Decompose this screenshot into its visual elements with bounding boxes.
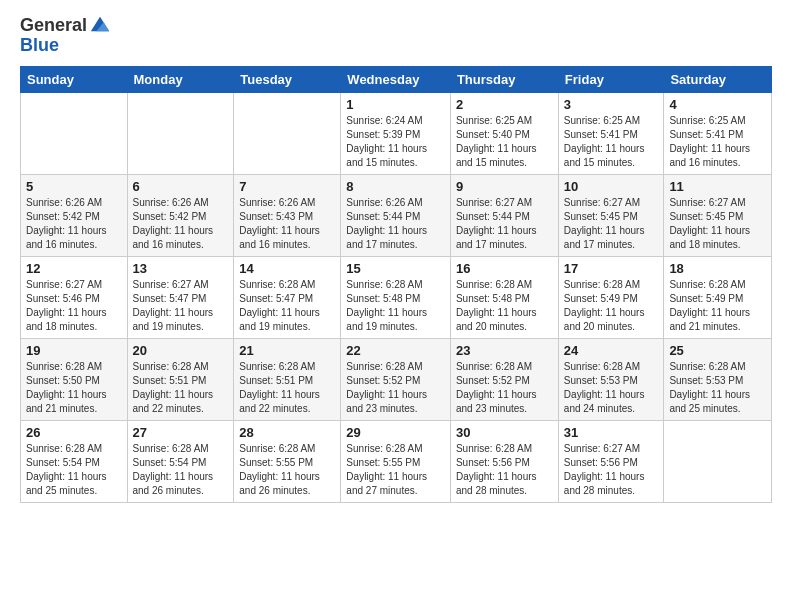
day-info: Sunrise: 6:27 AM Sunset: 5:46 PM Dayligh… bbox=[26, 278, 122, 334]
day-info: Sunrise: 6:28 AM Sunset: 5:52 PM Dayligh… bbox=[346, 360, 445, 416]
day-info: Sunrise: 6:26 AM Sunset: 5:43 PM Dayligh… bbox=[239, 196, 335, 252]
day-number: 24 bbox=[564, 343, 659, 358]
calendar-cell: 4Sunrise: 6:25 AM Sunset: 5:41 PM Daylig… bbox=[664, 92, 772, 174]
weekday-header-wednesday: Wednesday bbox=[341, 66, 451, 92]
day-info: Sunrise: 6:26 AM Sunset: 5:42 PM Dayligh… bbox=[26, 196, 122, 252]
day-info: Sunrise: 6:28 AM Sunset: 5:53 PM Dayligh… bbox=[564, 360, 659, 416]
day-number: 5 bbox=[26, 179, 122, 194]
calendar-cell: 17Sunrise: 6:28 AM Sunset: 5:49 PM Dayli… bbox=[558, 256, 664, 338]
day-number: 17 bbox=[564, 261, 659, 276]
calendar-cell: 26Sunrise: 6:28 AM Sunset: 5:54 PM Dayli… bbox=[21, 420, 128, 502]
calendar-week-row: 12Sunrise: 6:27 AM Sunset: 5:46 PM Dayli… bbox=[21, 256, 772, 338]
day-number: 6 bbox=[133, 179, 229, 194]
day-info: Sunrise: 6:28 AM Sunset: 5:54 PM Dayligh… bbox=[26, 442, 122, 498]
logo-blue-text: Blue bbox=[20, 35, 59, 55]
day-info: Sunrise: 6:25 AM Sunset: 5:40 PM Dayligh… bbox=[456, 114, 553, 170]
day-info: Sunrise: 6:26 AM Sunset: 5:42 PM Dayligh… bbox=[133, 196, 229, 252]
calendar-cell: 22Sunrise: 6:28 AM Sunset: 5:52 PM Dayli… bbox=[341, 338, 451, 420]
calendar-cell: 29Sunrise: 6:28 AM Sunset: 5:55 PM Dayli… bbox=[341, 420, 451, 502]
day-info: Sunrise: 6:28 AM Sunset: 5:51 PM Dayligh… bbox=[239, 360, 335, 416]
day-info: Sunrise: 6:27 AM Sunset: 5:45 PM Dayligh… bbox=[669, 196, 766, 252]
day-info: Sunrise: 6:28 AM Sunset: 5:49 PM Dayligh… bbox=[669, 278, 766, 334]
day-number: 1 bbox=[346, 97, 445, 112]
calendar-cell: 27Sunrise: 6:28 AM Sunset: 5:54 PM Dayli… bbox=[127, 420, 234, 502]
day-info: Sunrise: 6:28 AM Sunset: 5:56 PM Dayligh… bbox=[456, 442, 553, 498]
page: General Blue SundayMondayTuesdayWednesda… bbox=[0, 0, 792, 612]
day-info: Sunrise: 6:27 AM Sunset: 5:44 PM Dayligh… bbox=[456, 196, 553, 252]
day-number: 3 bbox=[564, 97, 659, 112]
day-number: 28 bbox=[239, 425, 335, 440]
day-number: 9 bbox=[456, 179, 553, 194]
logo-icon bbox=[89, 13, 111, 35]
day-number: 4 bbox=[669, 97, 766, 112]
calendar-cell: 30Sunrise: 6:28 AM Sunset: 5:56 PM Dayli… bbox=[450, 420, 558, 502]
day-info: Sunrise: 6:24 AM Sunset: 5:39 PM Dayligh… bbox=[346, 114, 445, 170]
day-info: Sunrise: 6:26 AM Sunset: 5:44 PM Dayligh… bbox=[346, 196, 445, 252]
calendar-cell: 21Sunrise: 6:28 AM Sunset: 5:51 PM Dayli… bbox=[234, 338, 341, 420]
day-number: 12 bbox=[26, 261, 122, 276]
day-number: 11 bbox=[669, 179, 766, 194]
day-number: 14 bbox=[239, 261, 335, 276]
day-number: 7 bbox=[239, 179, 335, 194]
day-info: Sunrise: 6:28 AM Sunset: 5:52 PM Dayligh… bbox=[456, 360, 553, 416]
weekday-header-saturday: Saturday bbox=[664, 66, 772, 92]
calendar-week-row: 26Sunrise: 6:28 AM Sunset: 5:54 PM Dayli… bbox=[21, 420, 772, 502]
day-number: 10 bbox=[564, 179, 659, 194]
calendar-cell: 13Sunrise: 6:27 AM Sunset: 5:47 PM Dayli… bbox=[127, 256, 234, 338]
day-info: Sunrise: 6:28 AM Sunset: 5:55 PM Dayligh… bbox=[346, 442, 445, 498]
day-info: Sunrise: 6:28 AM Sunset: 5:48 PM Dayligh… bbox=[346, 278, 445, 334]
day-info: Sunrise: 6:28 AM Sunset: 5:54 PM Dayligh… bbox=[133, 442, 229, 498]
calendar-cell: 16Sunrise: 6:28 AM Sunset: 5:48 PM Dayli… bbox=[450, 256, 558, 338]
weekday-header-tuesday: Tuesday bbox=[234, 66, 341, 92]
calendar-cell: 23Sunrise: 6:28 AM Sunset: 5:52 PM Dayli… bbox=[450, 338, 558, 420]
calendar-cell: 5Sunrise: 6:26 AM Sunset: 5:42 PM Daylig… bbox=[21, 174, 128, 256]
calendar-cell: 12Sunrise: 6:27 AM Sunset: 5:46 PM Dayli… bbox=[21, 256, 128, 338]
calendar-cell: 6Sunrise: 6:26 AM Sunset: 5:42 PM Daylig… bbox=[127, 174, 234, 256]
calendar-cell: 11Sunrise: 6:27 AM Sunset: 5:45 PM Dayli… bbox=[664, 174, 772, 256]
day-info: Sunrise: 6:28 AM Sunset: 5:48 PM Dayligh… bbox=[456, 278, 553, 334]
day-info: Sunrise: 6:28 AM Sunset: 5:47 PM Dayligh… bbox=[239, 278, 335, 334]
calendar-cell: 15Sunrise: 6:28 AM Sunset: 5:48 PM Dayli… bbox=[341, 256, 451, 338]
calendar-cell bbox=[664, 420, 772, 502]
day-number: 21 bbox=[239, 343, 335, 358]
day-number: 8 bbox=[346, 179, 445, 194]
calendar-week-row: 19Sunrise: 6:28 AM Sunset: 5:50 PM Dayli… bbox=[21, 338, 772, 420]
day-info: Sunrise: 6:25 AM Sunset: 5:41 PM Dayligh… bbox=[564, 114, 659, 170]
day-number: 16 bbox=[456, 261, 553, 276]
day-info: Sunrise: 6:28 AM Sunset: 5:51 PM Dayligh… bbox=[133, 360, 229, 416]
calendar-cell: 3Sunrise: 6:25 AM Sunset: 5:41 PM Daylig… bbox=[558, 92, 664, 174]
calendar-cell bbox=[21, 92, 128, 174]
calendar-cell: 1Sunrise: 6:24 AM Sunset: 5:39 PM Daylig… bbox=[341, 92, 451, 174]
calendar-cell: 14Sunrise: 6:28 AM Sunset: 5:47 PM Dayli… bbox=[234, 256, 341, 338]
day-info: Sunrise: 6:27 AM Sunset: 5:56 PM Dayligh… bbox=[564, 442, 659, 498]
calendar-cell: 8Sunrise: 6:26 AM Sunset: 5:44 PM Daylig… bbox=[341, 174, 451, 256]
weekday-header-monday: Monday bbox=[127, 66, 234, 92]
calendar-cell: 20Sunrise: 6:28 AM Sunset: 5:51 PM Dayli… bbox=[127, 338, 234, 420]
day-info: Sunrise: 6:28 AM Sunset: 5:50 PM Dayligh… bbox=[26, 360, 122, 416]
day-number: 18 bbox=[669, 261, 766, 276]
logo-general-text: General bbox=[20, 16, 87, 36]
weekday-header-sunday: Sunday bbox=[21, 66, 128, 92]
calendar-header-row: SundayMondayTuesdayWednesdayThursdayFrid… bbox=[21, 66, 772, 92]
weekday-header-thursday: Thursday bbox=[450, 66, 558, 92]
weekday-header-friday: Friday bbox=[558, 66, 664, 92]
day-number: 20 bbox=[133, 343, 229, 358]
day-number: 30 bbox=[456, 425, 553, 440]
day-info: Sunrise: 6:27 AM Sunset: 5:47 PM Dayligh… bbox=[133, 278, 229, 334]
calendar-cell: 19Sunrise: 6:28 AM Sunset: 5:50 PM Dayli… bbox=[21, 338, 128, 420]
day-info: Sunrise: 6:28 AM Sunset: 5:49 PM Dayligh… bbox=[564, 278, 659, 334]
day-info: Sunrise: 6:28 AM Sunset: 5:55 PM Dayligh… bbox=[239, 442, 335, 498]
calendar-week-row: 1Sunrise: 6:24 AM Sunset: 5:39 PM Daylig… bbox=[21, 92, 772, 174]
logo: General Blue bbox=[20, 16, 111, 56]
calendar-cell: 10Sunrise: 6:27 AM Sunset: 5:45 PM Dayli… bbox=[558, 174, 664, 256]
header: General Blue bbox=[20, 16, 772, 56]
day-number: 13 bbox=[133, 261, 229, 276]
calendar-cell bbox=[127, 92, 234, 174]
day-number: 25 bbox=[669, 343, 766, 358]
calendar-cell: 2Sunrise: 6:25 AM Sunset: 5:40 PM Daylig… bbox=[450, 92, 558, 174]
day-info: Sunrise: 6:25 AM Sunset: 5:41 PM Dayligh… bbox=[669, 114, 766, 170]
calendar-cell: 28Sunrise: 6:28 AM Sunset: 5:55 PM Dayli… bbox=[234, 420, 341, 502]
calendar-cell: 31Sunrise: 6:27 AM Sunset: 5:56 PM Dayli… bbox=[558, 420, 664, 502]
day-info: Sunrise: 6:27 AM Sunset: 5:45 PM Dayligh… bbox=[564, 196, 659, 252]
day-info: Sunrise: 6:28 AM Sunset: 5:53 PM Dayligh… bbox=[669, 360, 766, 416]
